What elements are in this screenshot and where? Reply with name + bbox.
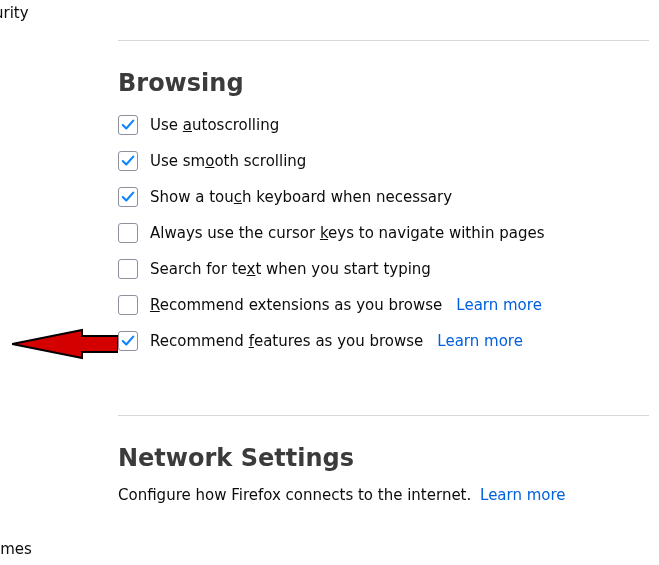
browsing-option-row: Use smooth scrolling [118, 147, 649, 175]
checkbox[interactable] [118, 151, 138, 171]
browsing-option-row: Use autoscrolling [118, 111, 649, 139]
checkbox-label[interactable]: Recommend extensions as you browse [150, 296, 442, 314]
browsing-option-row: Search for text when you start typing [118, 255, 649, 283]
browsing-option-row: Always use the cursor keys to navigate w… [118, 219, 649, 247]
checkbox-label[interactable]: Always use the cursor keys to navigate w… [150, 224, 544, 242]
network-description-text: Configure how Firefox connects to the in… [118, 486, 471, 504]
divider [118, 40, 649, 41]
sidebar-item-security[interactable]: urity [0, 4, 29, 22]
checkbox-label[interactable]: Use autoscrolling [150, 116, 279, 134]
checkbox[interactable] [118, 331, 138, 351]
checkbox[interactable] [118, 295, 138, 315]
checkbox[interactable] [118, 187, 138, 207]
sidebar-item-themes[interactable]: emes [0, 540, 32, 558]
checkbox-label[interactable]: Search for text when you start typing [150, 260, 431, 278]
checkbox[interactable] [118, 223, 138, 243]
network-learn-more-link[interactable]: Learn more [480, 486, 566, 504]
browsing-option-row: Show a touch keyboard when necessary [118, 183, 649, 211]
browsing-section-title: Browsing [118, 69, 649, 97]
checkbox-label[interactable]: Use smooth scrolling [150, 152, 306, 170]
svg-marker-0 [12, 330, 118, 358]
checkbox-label[interactable]: Recommend features as you browse [150, 332, 423, 350]
network-description: Configure how Firefox connects to the in… [118, 486, 649, 504]
checkbox[interactable] [118, 259, 138, 279]
checkbox-label[interactable]: Show a touch keyboard when necessary [150, 188, 452, 206]
network-section-title: Network Settings [118, 444, 649, 472]
browsing-option-row: Recommend extensions as you browseLearn … [118, 291, 649, 319]
divider [118, 415, 649, 416]
annotation-arrow-icon [12, 324, 118, 364]
browsing-option-row: Recommend features as you browseLearn mo… [118, 327, 649, 355]
checkbox[interactable] [118, 115, 138, 135]
learn-more-link[interactable]: Learn more [437, 332, 523, 350]
learn-more-link[interactable]: Learn more [456, 296, 542, 314]
